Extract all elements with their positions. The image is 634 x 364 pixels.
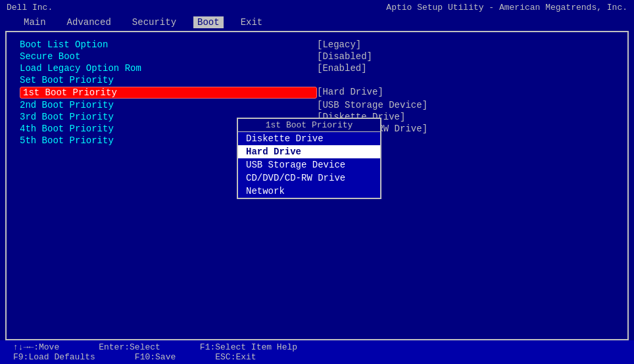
bios-screen: Dell Inc. Aptio Setup Utility - American…	[0, 0, 634, 364]
menu-item-boot[interactable]: Boot	[193, 16, 224, 28]
utility-name: Aptio Setup Utility - American Megatrend…	[386, 3, 627, 12]
bios-row-label-1: Secure Boot	[20, 51, 317, 62]
dropdown-item-4[interactable]: Network	[238, 185, 380, 198]
bios-row-value-2: [Enabled]	[317, 63, 614, 74]
bios-row-0[interactable]: Boot List Option[Legacy]	[20, 39, 614, 51]
bottom-bar-row2: F9:Load DefaultsF10:SaveESC:Exit	[13, 352, 621, 362]
bios-row-label-4: 1st Boot Priority	[20, 87, 317, 99]
bios-row-value-1: [Disabled]	[317, 51, 614, 62]
menu-item-security[interactable]: Security	[128, 16, 180, 28]
bottom-bar-row2-item-2: ESC:Exit	[215, 352, 256, 362]
bottom-bar-row1-item-0: ↑↓→←:Move	[13, 342, 59, 352]
top-bar: Dell Inc. Aptio Setup Utility - American…	[0, 0, 634, 15]
bios-row-5[interactable]: 2nd Boot Priority[USB Storage Device]	[20, 99, 614, 111]
bios-row-value-0: [Legacy]	[317, 39, 614, 50]
menu-item-main[interactable]: Main	[20, 16, 50, 28]
bios-row-value-5: [USB Storage Device]	[317, 100, 614, 110]
bottom-bar-row2-item-0: F9:Load Defaults	[13, 352, 95, 362]
bios-row-2[interactable]: Load Legacy Option Rom[Enabled]	[20, 62, 614, 74]
bottom-bar-row2-item-1: F10:Save	[135, 352, 176, 362]
dropdown-item-3[interactable]: CD/DVD/CD-RW Drive	[238, 171, 380, 185]
bios-row-1[interactable]: Secure Boot[Disabled]	[20, 51, 614, 62]
dropdown-popup: 1st Boot Priority Diskette DriveHard Dri…	[237, 118, 381, 199]
bios-row-label-0: Boot List Option	[20, 39, 317, 50]
bios-row-3[interactable]: Set Boot Priority	[20, 74, 614, 86]
bios-row-label-2: Load Legacy Option Rom	[20, 63, 317, 74]
bios-row-4[interactable]: 1st Boot Priority[Hard Drive]	[20, 86, 614, 99]
bottom-bar: ↑↓→←:MoveEnter:SelectF1:Select Item Help…	[0, 340, 634, 364]
dropdown-item-1[interactable]: Hard Drive	[238, 145, 380, 158]
bios-row-value-3	[317, 75, 614, 85]
menu-item-exit[interactable]: Exit	[237, 16, 267, 28]
dropdown-item-0[interactable]: Diskette Drive	[238, 132, 380, 145]
bottom-bar-row1-item-1: Enter:Select	[99, 342, 160, 352]
dropdown-title: 1st Boot Priority	[238, 119, 380, 132]
bottom-bar-row1: ↑↓→←:MoveEnter:SelectF1:Select Item Help	[13, 342, 621, 352]
bios-row-label-3: Set Boot Priority	[20, 75, 317, 85]
bios-row-value-4: [Hard Drive]	[317, 87, 614, 99]
dropdown-item-2[interactable]: USB Storage Device	[238, 158, 380, 171]
menu-item-advanced[interactable]: Advanced	[63, 16, 115, 28]
main-content: Boot List Option[Legacy]Secure Boot[Disa…	[5, 31, 629, 340]
bottom-bar-row1-item-2: F1:Select Item Help	[200, 342, 297, 352]
bios-row-label-5: 2nd Boot Priority	[20, 100, 317, 110]
menu-bar: MainAdvancedSecurityBootExit	[0, 15, 634, 31]
vendor-name: Dell Inc.	[7, 3, 53, 12]
